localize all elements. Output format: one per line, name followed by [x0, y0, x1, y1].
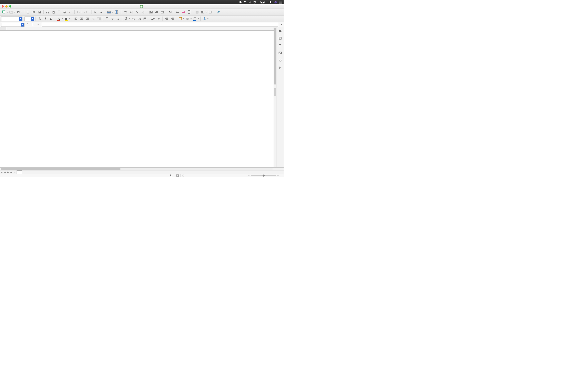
vertical-scrollbar[interactable]	[274, 27, 276, 167]
border-color-button[interactable]	[192, 16, 198, 21]
font-name-combo[interactable]: ▼	[1, 17, 22, 21]
format-percent-button[interactable]: %	[131, 16, 136, 21]
dropdown-arrow-icon[interactable]: ▼	[7, 11, 8, 13]
delete-decimal-button[interactable]: ,0	[156, 16, 161, 21]
bluetooth-icon[interactable]	[249, 1, 251, 4]
find-replace-button[interactable]	[93, 9, 98, 15]
notification-center-icon[interactable]	[279, 1, 282, 3]
insert-special-char-button[interactable]: Ω	[168, 9, 173, 15]
column-operations-button[interactable]	[114, 9, 119, 15]
italic-button[interactable]: I	[43, 16, 48, 21]
increase-indent-button[interactable]	[170, 16, 175, 21]
dropdown-arrow-icon[interactable]: ▼	[14, 11, 16, 13]
dropdown-arrow-icon[interactable]: ▼	[69, 18, 71, 20]
name-box[interactable]: ▼	[1, 23, 25, 27]
function-button[interactable]: =	[36, 22, 40, 27]
font-size-input[interactable]	[25, 17, 31, 21]
insert-pivot-button[interactable]	[160, 9, 165, 15]
dropdown-arrow-icon[interactable]: ▼	[129, 18, 130, 20]
grid-viewport[interactable]	[0, 31, 274, 167]
export-pdf-button[interactable]	[26, 9, 31, 15]
paste-button[interactable]	[56, 9, 62, 15]
row-operations-button[interactable]	[106, 9, 112, 15]
horizontal-scrollbar[interactable]	[0, 167, 284, 170]
show-draw-functions-button[interactable]	[215, 9, 221, 15]
next-sheet-button[interactable]: ▶	[7, 170, 10, 174]
dropdown-arrow-icon[interactable]: ▼	[81, 11, 83, 13]
print-button[interactable]	[31, 9, 36, 15]
zoom-in-button[interactable]: +	[277, 174, 279, 177]
align-top-button[interactable]	[104, 16, 109, 21]
expand-formula-bar-button[interactable]: ▼	[279, 24, 283, 26]
dropdown-arrow-icon[interactable]: ▼	[173, 11, 174, 13]
print-preview-button[interactable]	[37, 9, 42, 15]
dropdown-arrow-icon[interactable]: ▼	[119, 11, 121, 13]
open-document-button[interactable]	[9, 9, 14, 15]
format-currency-button[interactable]: $	[123, 16, 129, 21]
formula-input[interactable]	[42, 23, 278, 27]
sidebar-properties-icon[interactable]	[278, 36, 283, 41]
decrease-indent-button[interactable]	[164, 16, 169, 21]
align-left-button[interactable]	[73, 16, 79, 21]
sidebar-expand-handle[interactable]	[274, 88, 277, 96]
evernote-icon[interactable]	[239, 1, 242, 4]
select-all-corner[interactable]	[0, 27, 6, 30]
dropdown-arrow-icon[interactable]: ▼	[198, 18, 199, 20]
redo-button[interactable]	[83, 9, 88, 15]
dropdown-arrow-icon[interactable]: ▼	[31, 17, 34, 21]
split-window-button[interactable]	[208, 9, 213, 15]
dropdown-arrow-icon[interactable]: ▼	[88, 11, 90, 13]
insert-mode-label[interactable]: I—	[170, 174, 173, 177]
standard-filter-button[interactable]	[140, 9, 146, 15]
align-vcenter-button[interactable]	[110, 16, 115, 21]
first-sheet-button[interactable]: ⏮	[0, 170, 3, 174]
sheet-tab[interactable]	[17, 170, 22, 174]
clone-formatting-button[interactable]	[62, 9, 67, 15]
cut-button[interactable]	[45, 9, 50, 15]
dropdown-arrow-icon[interactable]: ▼	[207, 18, 209, 20]
sidebar-settings-icon[interactable]	[278, 28, 283, 33]
format-number-button[interactable]: 0,0	[137, 16, 142, 21]
undo-button[interactable]	[76, 9, 81, 15]
sum-button[interactable]: Σ	[31, 22, 35, 27]
insert-image-button[interactable]	[148, 9, 154, 15]
cell-reference-input[interactable]	[1, 23, 21, 26]
add-decimal-button[interactable]: ,00	[150, 16, 156, 21]
dropbox-icon[interactable]	[244, 1, 247, 4]
selection-mode-icon[interactable]	[176, 174, 179, 177]
wifi-icon[interactable]	[253, 1, 256, 3]
dropdown-arrow-icon[interactable]: ▼	[190, 18, 192, 20]
spotlight-icon[interactable]	[269, 1, 272, 4]
sort-desc-button[interactable]	[129, 9, 134, 15]
prev-sheet-button[interactable]: ◀	[3, 170, 7, 174]
dropdown-arrow-icon[interactable]: ▼	[62, 18, 63, 20]
dropdown-arrow-icon[interactable]: ▼	[19, 17, 22, 21]
dropdown-arrow-icon[interactable]: ▼	[21, 11, 23, 13]
dropdown-arrow-icon[interactable]: ▼	[183, 18, 185, 20]
underline-button[interactable]: U	[48, 16, 54, 21]
sidebar-gallery-icon[interactable]	[278, 50, 283, 55]
dropdown-arrow-icon[interactable]: ▼	[205, 11, 207, 13]
borders-button[interactable]	[178, 16, 183, 21]
dropdown-arrow-icon[interactable]: ▼	[112, 11, 113, 13]
align-right-button[interactable]	[85, 16, 90, 21]
font-name-input[interactable]	[1, 17, 19, 21]
sidebar-navigator-icon[interactable]	[278, 58, 283, 63]
insert-hyperlink-button[interactable]	[175, 9, 180, 15]
zoom-slider[interactable]	[251, 175, 276, 176]
sort-asc-button[interactable]	[123, 9, 129, 15]
dropdown-arrow-icon[interactable]: ▼	[21, 23, 24, 26]
autofilter-button[interactable]	[135, 9, 140, 15]
insert-comment-button[interactable]	[181, 9, 186, 15]
align-bottom-button[interactable]	[116, 16, 121, 21]
copy-button[interactable]	[51, 9, 56, 15]
font-size-combo[interactable]: ▼	[25, 17, 34, 21]
freeze-panes-button[interactable]	[200, 9, 205, 15]
conditional-format-button[interactable]	[202, 16, 207, 21]
insert-chart-button[interactable]	[154, 9, 159, 15]
wrap-text-button[interactable]	[90, 16, 96, 21]
last-sheet-button[interactable]: ⏭	[10, 170, 13, 174]
border-style-button[interactable]	[185, 16, 190, 21]
new-document-button[interactable]	[1, 9, 7, 15]
format-date-button[interactable]	[142, 16, 148, 21]
